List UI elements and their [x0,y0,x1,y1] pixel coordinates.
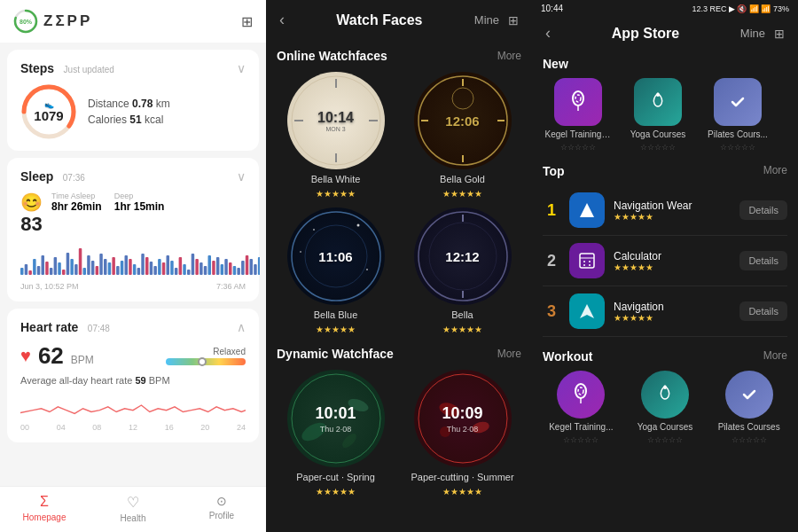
hr-chevron[interactable]: ∧ [237,320,246,334]
svg-point-91 [573,91,583,106]
top-item-3[interactable]: 3 Navigation ★★★★★ Details [543,286,787,337]
svg-point-105 [663,386,667,389]
battery-percent: 80% [20,19,32,25]
top-item-1[interactable]: 1 Navigation Wear ★★★★★ Details [543,185,787,236]
hr-card-header: Heart rate 07:48 ∧ [20,319,246,335]
top-list: 1 Navigation Wear ★★★★★ Details 2 Calcul… [543,185,787,337]
p2-grid-btn[interactable]: ⊞ [508,13,519,27]
app-pilates-new[interactable]: Pilates Cours... ☆☆☆☆☆ [702,78,773,152]
spring-stars: ★★★★★ [316,487,356,497]
svg-point-78 [366,269,368,270]
online-more[interactable]: More [497,50,521,62]
hr-unit: BPM [71,354,94,366]
top-more[interactable]: More [763,164,787,178]
svg-rect-7 [33,259,36,275]
hr-gauge: Relaxed [101,347,246,365]
dynamic-watch-grid: 10:01 Thu 2·08 Paper-cut · Spring ★★★★★ [277,370,521,497]
workout-yoga[interactable]: Yoga Courses ☆☆☆☆☆ [627,371,704,444]
p3-grid-btn[interactable]: ⊞ [774,27,785,41]
nav-homepage[interactable]: Σ Homepage [0,494,89,523]
workout-row: Kegel Training... ☆☆☆☆☆ Yoga Courses ☆☆☆… [543,371,787,444]
workout-yoga-name: Yoga Courses [638,422,692,432]
svg-rect-30 [129,259,132,275]
workout-more[interactable]: More [763,349,787,364]
nav-wear-name: Navigation Wear [614,200,731,212]
hr-title: Heart rate [20,320,78,334]
navigation-details-btn[interactable]: Details [739,301,787,321]
pilates-icon [714,78,762,126]
svg-point-98 [583,261,585,262]
svg-rect-13 [58,262,61,275]
nav-health[interactable]: ♡ Health [89,494,177,523]
svg-rect-47 [200,262,203,275]
workout-kegel[interactable]: Kegel Training... ☆☆☆☆☆ [543,371,620,444]
workout-section-header: Workout More [543,349,787,364]
calculator-details-btn[interactable]: Details [739,251,787,270]
workout-pilates[interactable]: Pilates Courses ☆☆☆☆☆ [710,371,787,444]
homepage-icon: Σ [40,494,49,510]
svg-rect-56 [237,268,240,275]
health-label: Health [121,513,146,523]
p2-back-arrow[interactable]: ‹ [279,11,285,29]
rank-1-number: 1 [543,201,560,220]
p3-content: New Kegel Training C... ☆☆☆☆☆ Yoga Cours… [532,50,798,532]
p3-status-bar: 10:44 12.3 REC ▶ 🔇 📶 📶 73% [532,0,798,17]
svg-point-76 [356,224,359,227]
navigation-info: Navigation ★★★★★ [614,301,731,323]
nav-profile[interactable]: ⊙ Profile [177,494,266,523]
p3-mine[interactable]: Mine [740,27,765,40]
svg-rect-52 [221,264,224,275]
dynamic-title: Dynamic Watchface [277,347,394,361]
heart-rate-card: Heart rate 07:48 ∧ ♥ 62 BPM Relaxed Aver… [7,309,259,442]
calculator-info: Calculator ★★★★★ [614,250,731,272]
steps-title: Steps [20,61,54,75]
sleep-card: Sleep 07:36 ∨ 😊 83 Time Asleep 8hr 26min… [7,158,259,301]
nav-wear-details-btn[interactable]: Details [739,200,787,220]
svg-rect-34 [145,257,149,275]
svg-rect-33 [141,254,145,275]
svg-rect-20 [87,255,90,275]
watch-item-bella-gold[interactable]: 12:06 Bella Gold ★★★★★ [403,72,521,199]
svg-rect-32 [137,268,141,275]
app-yoga-new[interactable]: Yoga Courses ☆☆☆☆☆ [622,78,693,152]
sleep-chevron[interactable]: ∨ [237,169,246,184]
svg-rect-11 [50,268,53,275]
svg-rect-57 [241,261,245,275]
watch-item-summer[interactable]: 10:09 Thu 2·08 Paper-cutting · Summer ★★… [403,370,521,497]
steps-number: 👟 1079 [34,101,63,122]
bella-blue-stars: ★★★★★ [316,325,356,334]
app-store-panel: 10:44 12.3 REC ▶ 🔇 📶 📶 73% ‹ App Store M… [532,0,798,532]
svg-point-101 [589,264,591,266]
svg-rect-17 [74,264,78,275]
bella-gold-stars: ★★★★★ [442,189,482,199]
app-kegel-new[interactable]: Kegel Training C... ☆☆☆☆☆ [543,78,614,152]
profile-icon: ⊙ [216,494,227,508]
zepp-logo-text: ZΣPP [43,12,92,30]
svg-rect-12 [54,257,58,275]
p3-back-arrow[interactable]: ‹ [545,24,551,43]
zepp-health-panel: 80% ZΣPP ⊞ Steps Just updated ∨ [0,0,266,532]
dynamic-more[interactable]: More [497,348,521,360]
watch-item-bella-white[interactable]: 10:14 MON 3 Bella White ★★★★★ [277,72,395,199]
steps-chevron[interactable]: ∨ [237,61,246,75]
sleep-stats: Time Asleep 8hr 26min Deep 1hr 15min [51,192,164,213]
p1-logo: 80% ZΣPP [13,9,92,34]
p2-mine[interactable]: Mine [474,13,499,27]
svg-rect-37 [158,259,161,275]
workout-kegel-name: Kegel Training... [549,422,613,432]
grid-icon[interactable]: ⊞ [241,13,253,30]
workout-kegel-stars: ☆☆☆☆☆ [563,435,598,444]
svg-rect-18 [79,248,82,275]
workout-kegel-icon [557,371,605,419]
dynamic-watchface-header: Dynamic Watchface More [277,347,521,361]
watch-item-spring[interactable]: 10:01 Thu 2·08 Paper-cut · Spring ★★★★★ [277,370,395,497]
rank-3-number: 3 [543,302,560,321]
nav-wear-icon [569,192,605,228]
watch-item-bella-blue[interactable]: 11:06 Bella Blue ★★★★★ [277,207,395,334]
yoga-icon [634,78,682,126]
navigation-name: Navigation [614,301,731,313]
svg-point-68 [452,88,473,109]
watch-item-bella[interactable]: 12:12 Bella ★★★★★ [403,207,521,334]
top-item-2[interactable]: 2 Calculator ★★★★★ Details [543,236,787,286]
hr-chart: 00 04 08 12 16 20 24 [20,391,246,432]
